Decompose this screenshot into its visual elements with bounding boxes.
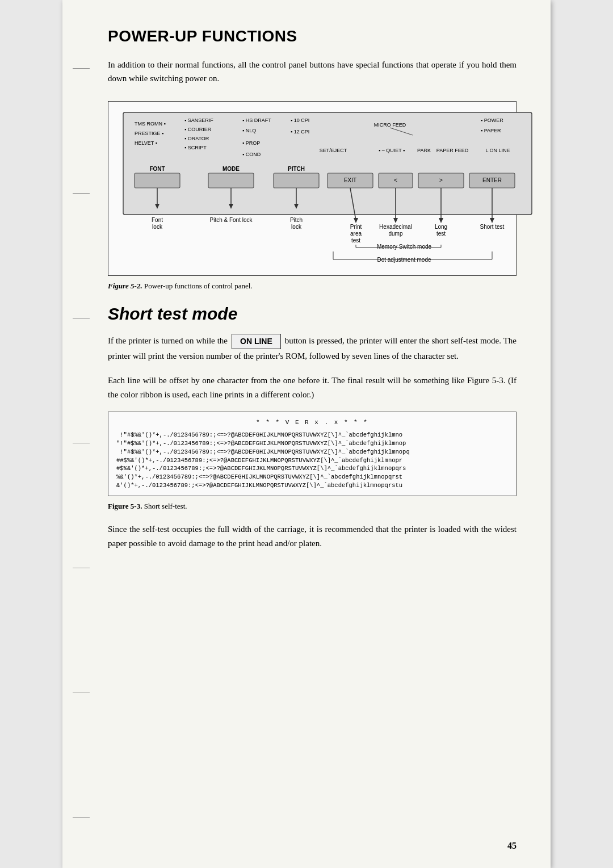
test-output-line: #$%&'()*+,-./0123456789:;<=>?@ABCDEFGHIJ…	[116, 464, 508, 473]
figure-caption-text-1: Power-up functions of control panel.	[144, 282, 253, 290]
page-number: 45	[507, 841, 517, 851]
svg-text:>: >	[439, 177, 443, 183]
svg-text:SET/EJECT: SET/EJECT	[320, 148, 347, 153]
margin-mark	[73, 443, 90, 443]
panel-diagram: TMS ROMN ▪ PRESTIGE ▪ HELVET ▪ ▪ SANSERI…	[117, 110, 538, 269]
svg-text:Pitch & Font lock: Pitch & Font lock	[209, 217, 253, 223]
svg-marker-44	[354, 218, 358, 223]
figure-label-2: Figure 5-3.	[108, 502, 142, 510]
test-output-lines: !"#$%&'()*+,-./0123456789:;<=>?@ABCDEFGH…	[116, 431, 508, 490]
svg-text:PITCH: PITCH	[288, 166, 305, 172]
test-output-header: * * * V E R x . x * * *	[116, 418, 508, 427]
margin-mark	[73, 193, 90, 194]
figure-caption-2: Figure 5-3. Short self-test.	[108, 502, 517, 511]
svg-text:ENTER: ENTER	[482, 177, 502, 183]
margin-mark	[73, 693, 90, 693]
svg-rect-27	[208, 173, 254, 188]
test-output-line: !"#$%&'()*+,-./0123456789:;<=>?@ABCDEFGH…	[116, 448, 508, 456]
svg-text:▪ SANSERIF: ▪ SANSERIF	[184, 118, 213, 123]
svg-text:PRESTIGE ▪: PRESTIGE ▪	[135, 131, 163, 136]
svg-text:▪ COND: ▪ COND	[242, 152, 261, 157]
panel-figure: TMS ROMN ▪ PRESTIGE ▪ HELVET ▪ ▪ SANSERI…	[108, 101, 517, 276]
test-output-line: ##$%&'()*+,-./0123456789:;<=>?@ABCDEFGHI…	[116, 456, 508, 465]
svg-text:▪ HS DRAFT: ▪ HS DRAFT	[242, 118, 271, 123]
svg-text:Font: Font	[152, 217, 163, 223]
svg-text:▪ PROP: ▪ PROP	[242, 140, 260, 146]
margin-mark	[73, 568, 90, 568]
svg-text:▪ – QUIET ▪: ▪ – QUIET ▪	[379, 148, 405, 153]
svg-text:test: test	[436, 230, 446, 237]
intro-text: In addition to their normal functions, a…	[108, 58, 517, 85]
svg-text:test: test	[351, 237, 360, 244]
svg-marker-48	[439, 218, 443, 223]
svg-text:Long: Long	[435, 224, 447, 230]
margin-mark	[73, 68, 90, 69]
svg-text:Hexadecimal: Hexadecimal	[379, 224, 412, 230]
svg-text:Pitch: Pitch	[290, 217, 303, 223]
para3: Since the self-test occupies the full wi…	[108, 522, 517, 551]
margin-mark	[73, 318, 90, 318]
figure-caption-text-2: Short self-test.	[144, 502, 187, 510]
svg-text:lock: lock	[152, 224, 163, 230]
svg-text:PARK: PARK	[417, 148, 431, 153]
svg-text:area: area	[350, 230, 362, 237]
on-line-button-inline: ON LINE	[232, 334, 281, 349]
svg-text:▪ POWER: ▪ POWER	[481, 118, 503, 123]
svg-text:▪ 12 CPI: ▪ 12 CPI	[291, 129, 309, 135]
figure-caption-1: Figure 5-2. Power-up functions of contro…	[108, 282, 517, 291]
svg-text:L ON LINE: L ON LINE	[485, 148, 510, 153]
svg-text:MODE: MODE	[222, 166, 240, 172]
svg-text:Memory Switch mode: Memory Switch mode	[377, 244, 432, 250]
svg-text:HELVET ▪: HELVET ▪	[135, 140, 157, 146]
svg-text:Short test: Short test	[480, 224, 505, 230]
svg-text:FONT: FONT	[149, 166, 165, 172]
svg-text:TMS ROMN ▪: TMS ROMN ▪	[135, 121, 166, 127]
svg-text:▪ SCRIPT: ▪ SCRIPT	[184, 145, 207, 150]
section1-heading: POWER-UP FUNCTIONS	[108, 27, 517, 45]
svg-marker-46	[393, 218, 398, 223]
svg-text:dump: dump	[388, 230, 402, 237]
svg-text:▪ PAPER: ▪ PAPER	[481, 128, 501, 133]
svg-text:Print: Print	[350, 224, 362, 230]
para1: If the printer is turned on while the ON…	[108, 334, 517, 363]
figure-label-1: Figure 5-2.	[108, 282, 142, 290]
svg-marker-50	[490, 218, 494, 223]
margin-mark	[73, 817, 90, 818]
svg-text:PAPER FEED: PAPER FEED	[436, 148, 469, 153]
svg-text:▪ COURIER: ▪ COURIER	[184, 127, 212, 132]
test-output-box: * * * V E R x . x * * * !"#$%&'()*+,-./0…	[108, 412, 517, 496]
svg-text:MICRO FEED: MICRO FEED	[374, 122, 406, 128]
svg-text:<: <	[394, 177, 397, 183]
test-output-line: "!"#$%&'()*+,-./0123456789:;<=>?@ABCDEFG…	[116, 439, 508, 448]
svg-text:EXIT: EXIT	[344, 177, 356, 183]
test-output-line: %&'()*+,-./0123456789:;<=>?@ABCDEFGHIJKL…	[116, 473, 508, 481]
svg-text:▪ ORATOR: ▪ ORATOR	[184, 136, 209, 141]
para1-before: If the printer is turned on while the	[108, 336, 230, 345]
para2: Each line will be offset by one characte…	[108, 374, 517, 402]
svg-text:▪ NLQ: ▪ NLQ	[242, 128, 256, 133]
test-output-line: &'()*+,-./0123456789:;<=>?@ABCDEFGHIJKLM…	[116, 481, 508, 490]
svg-text:lock: lock	[291, 224, 302, 230]
section2-heading: Short test mode	[108, 304, 517, 324]
svg-rect-26	[135, 173, 180, 188]
svg-text:▪ 10 CPI: ▪ 10 CPI	[291, 118, 309, 123]
svg-rect-28	[274, 173, 319, 188]
page: POWER-UP FUNCTIONS In addition to their …	[62, 0, 551, 868]
test-output-line: !"#$%&'()*+,-./0123456789:;<=>?@ABCDEFGH…	[116, 431, 508, 439]
